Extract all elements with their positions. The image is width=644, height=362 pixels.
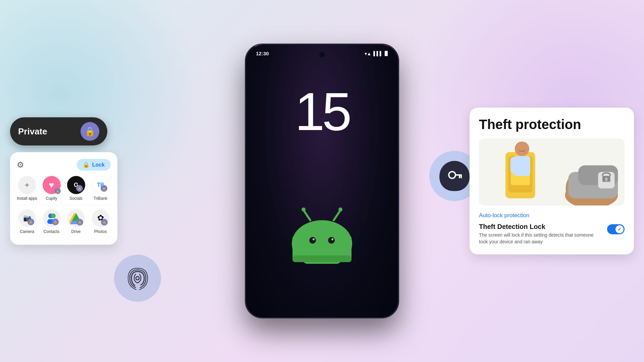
toggle-knob: ✓: [615, 225, 624, 233]
app-label-install: Install apps: [17, 196, 37, 201]
app-label-tribank: TriBank: [94, 196, 107, 201]
theft-card: Theft protection: [470, 108, 634, 254]
shield-key-icon: [439, 161, 470, 191]
photos-icon: ✿ 🔒: [92, 209, 110, 227]
lock-button-label: Lock: [92, 162, 105, 168]
security-shield: [439, 161, 470, 191]
cupify-badge: 🔒: [55, 188, 61, 194]
theft-detection-title: Theft Detection Lock: [479, 223, 602, 231]
app-row-1: + Install apps ♥ 🔒 Cupify G 🔒: [17, 176, 111, 205]
drive-icon: 🔒: [67, 209, 85, 227]
app-grid-card: ⚙ 🔒 Lock + Install apps ♥ 🔒 Cupify: [10, 152, 117, 245]
svg-point-1: [302, 207, 306, 212]
gear-icon[interactable]: ⚙: [17, 160, 24, 170]
status-icons: ▾▲ ▌▌▌ ▉: [365, 51, 388, 56]
svg-point-8: [313, 238, 315, 240]
app-label-camera: Camera: [20, 229, 34, 234]
right-panel: Theft protection: [470, 108, 634, 254]
theft-detection-row: Theft Detection Lock The screen will loc…: [479, 223, 625, 245]
private-button[interactable]: Private 🔒: [10, 117, 107, 145]
app-item-tribank[interactable]: TB 🔒 TriBank: [90, 176, 111, 201]
svg-point-7: [328, 237, 335, 244]
svg-text:🔒: 🔒: [78, 220, 82, 225]
svg-point-25: [51, 214, 56, 218]
svg-point-3: [338, 207, 342, 212]
app-label-contacts: Contacts: [44, 229, 59, 234]
svg-line-2: [334, 210, 340, 220]
app-row-2: 📷 🔒 Camera 🔒: [17, 209, 111, 238]
svg-point-40: [136, 277, 139, 280]
fingerprint-icon: [124, 265, 151, 292]
theft-detection-toggle[interactable]: ✓: [607, 224, 625, 234]
app-item-install[interactable]: + Install apps: [17, 176, 37, 201]
svg-text:🔒: 🔒: [102, 186, 106, 191]
svg-point-60: [515, 141, 529, 156]
private-lock-circle: 🔒: [80, 122, 99, 141]
svg-rect-62: [511, 157, 517, 174]
app-label-cupify: Cupify: [46, 196, 57, 201]
fingerprint-bubble: [114, 255, 161, 302]
contacts-icon: 🔒: [43, 209, 61, 227]
app-item-drive[interactable]: 🔒 Drive: [66, 209, 86, 234]
svg-point-6: [309, 237, 316, 244]
lock-btn-icon: 🔒: [83, 162, 90, 168]
theft-detection-desc: The screen will lock if this setting det…: [479, 232, 602, 245]
app-item-camera[interactable]: 📷 🔒 Camera: [17, 209, 37, 234]
phone-screen: 12:30 ▾▲ ▌▌▌ ▉ 15: [246, 45, 398, 317]
battery-icon: ▉: [385, 51, 388, 56]
private-lock-icon: 🔒: [85, 126, 95, 137]
private-label: Private: [18, 126, 47, 137]
svg-text:🔒: 🔒: [53, 220, 58, 224]
auto-lock-label: Auto-lock protection: [479, 212, 625, 219]
lock-button[interactable]: 🔒 Lock: [77, 159, 111, 171]
left-panel: Private 🔒 ⚙ 🔒 Lock + Install apps ♥ 🔒: [10, 117, 117, 245]
camera-icon: 📷 🔒: [18, 209, 36, 227]
app-label-socials: Socials: [69, 196, 83, 201]
signal-icon: ▌▌▌: [373, 51, 383, 56]
theft-illustration: [479, 138, 625, 205]
cupify-icon: ♥ 🔒: [43, 176, 61, 194]
app-grid-header: ⚙ 🔒 Lock: [17, 159, 111, 171]
svg-text:🔒: 🔒: [29, 220, 33, 224]
android-mascot: [285, 203, 359, 264]
app-item-socials[interactable]: G 🔒 Socials: [66, 176, 86, 201]
svg-line-0: [304, 210, 310, 220]
app-item-photos[interactable]: ✿ 🔒 Photos: [90, 209, 111, 234]
theft-detection-text: Theft Detection Lock The screen will loc…: [479, 223, 602, 245]
svg-rect-10: [292, 255, 352, 262]
app-label-photos: Photos: [94, 229, 107, 234]
svg-text:🔒: 🔒: [77, 186, 82, 191]
phone-body: 12:30 ▾▲ ▌▌▌ ▉ 15: [245, 44, 399, 318]
app-label-drive: Drive: [71, 229, 80, 234]
status-time: 12:30: [256, 51, 269, 56]
svg-rect-59: [605, 179, 607, 181]
toggle-check-icon: ✓: [618, 227, 622, 232]
wifi-icon: ▾▲: [365, 51, 372, 56]
phone-clock: 15: [295, 85, 349, 138]
theft-title: Theft protection: [479, 117, 625, 132]
phone-container: 12:30 ▾▲ ▌▌▌ ▉ 15: [245, 44, 399, 318]
app-item-cupify[interactable]: ♥ 🔒 Cupify: [41, 176, 62, 201]
socials-icon: G 🔒: [67, 176, 85, 194]
svg-point-9: [331, 238, 333, 240]
svg-text:🔒: 🔒: [102, 220, 107, 225]
app-item-contacts[interactable]: 🔒 Contacts: [41, 209, 62, 234]
status-bar: 12:30 ▾▲ ▌▌▌ ▉: [256, 51, 388, 56]
tribank-icon: TB 🔒: [92, 176, 110, 194]
install-icon: +: [18, 176, 36, 194]
